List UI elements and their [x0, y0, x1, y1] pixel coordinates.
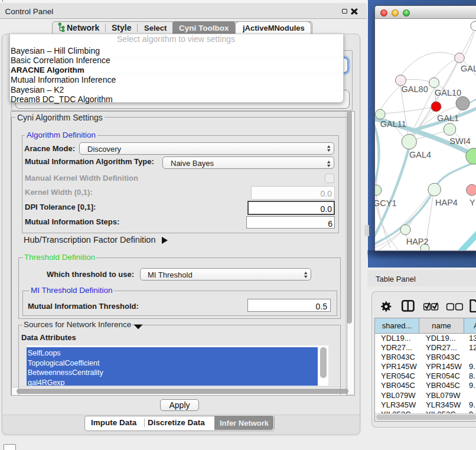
svg-text:GAL11: GAL11	[380, 119, 406, 129]
svg-text:GAL: GAL	[461, 64, 476, 73]
svg-text:GCY1: GCY1	[375, 198, 397, 208]
svg-text:GAL1: GAL1	[437, 113, 459, 123]
svg-text:GAL10: GAL10	[435, 88, 461, 97]
svg-text:Y: Y	[470, 198, 475, 207]
svg-text:HAP2: HAP2	[406, 237, 429, 246]
svg-text:GAL80: GAL80	[402, 84, 428, 94]
svg-text:GAL4: GAL4	[409, 150, 431, 159]
svg-text:SWI4: SWI4	[449, 136, 470, 146]
svg-text:HAP4: HAP4	[435, 198, 458, 207]
